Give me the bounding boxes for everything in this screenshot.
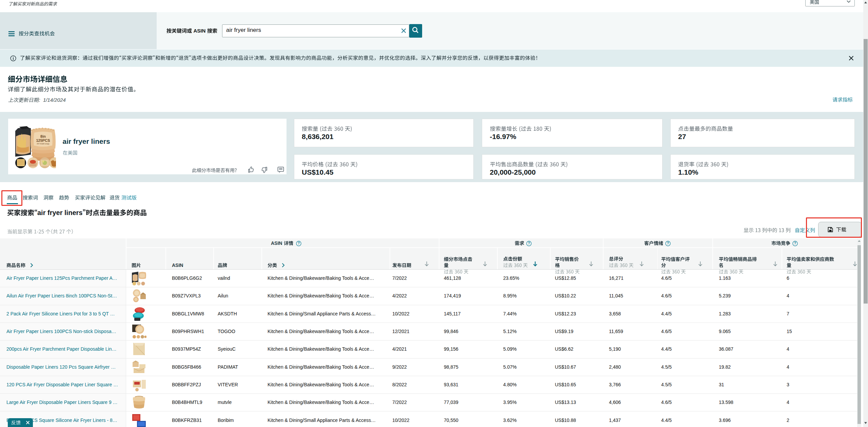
svg-text:125PCS: 125PCS xyxy=(36,138,50,142)
svg-text:?: ? xyxy=(667,241,669,245)
svg-text:?: ? xyxy=(528,241,530,245)
svg-text:?: ? xyxy=(298,241,300,245)
svg-text:FIT FOR 5-6Qt: FIT FOR 5-6Qt xyxy=(37,143,50,145)
svg-text:?: ? xyxy=(794,241,796,245)
svg-text:8in: 8in xyxy=(40,134,46,138)
